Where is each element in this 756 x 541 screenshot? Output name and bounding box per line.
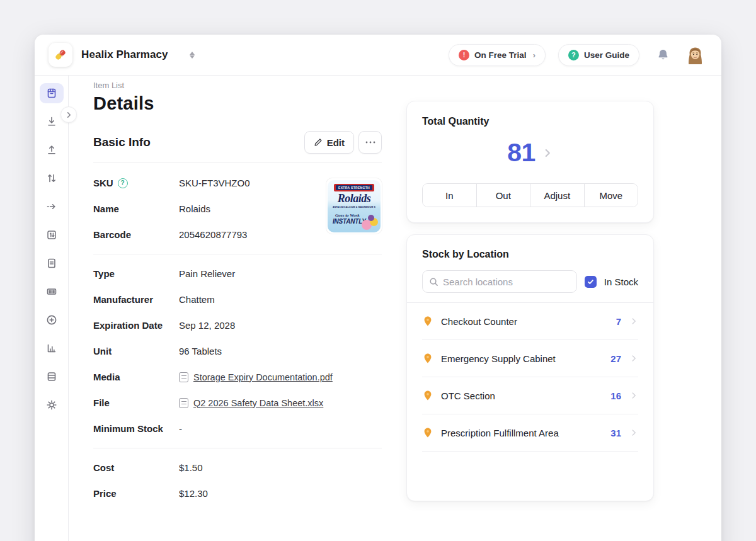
barcode-icon <box>45 285 58 298</box>
alert-icon: ! <box>459 50 469 60</box>
edit-button[interactable]: Edit <box>304 131 354 154</box>
total-quantity-value: 81 <box>507 138 536 168</box>
expiration-value: Sep 12, 2028 <box>179 320 235 331</box>
product-image[interactable]: EXTRA STRENGTH Rolaids ANTACID/CALCIUM &… <box>326 178 382 234</box>
field-row-media: Media Storage Expiry Documentation.pdf <box>93 364 382 390</box>
field-row-expiration: Expiration Date Sep 12, 2028 <box>93 312 382 338</box>
field-row-type: Type Pain Reliever <box>93 261 382 287</box>
sidebar-item-stock-out[interactable] <box>40 140 64 160</box>
chevron-right-icon: › <box>533 50 536 60</box>
sidebar-item-adjust[interactable] <box>40 168 64 188</box>
sidebar-item-settings[interactable] <box>40 395 64 415</box>
field-row-price: Price $12.30 <box>93 481 382 506</box>
document-icon <box>45 257 58 270</box>
sidebar-item-items[interactable] <box>40 83 64 103</box>
question-icon: ? <box>568 50 579 60</box>
barcode-label: Barcode <box>93 229 179 240</box>
price-value: $12.30 <box>179 488 208 499</box>
sidebar-item-database[interactable] <box>40 367 64 387</box>
type-label: Type <box>93 268 179 279</box>
location-name: Checkout Counter <box>441 316 607 327</box>
product-tagline-small: Goes to Work <box>335 213 360 218</box>
free-trial-button[interactable]: ! On Free Trial › <box>449 44 546 66</box>
product-brand-text: Rolaids <box>328 192 381 205</box>
in-button[interactable]: In <box>423 184 476 207</box>
bar-chart-icon <box>45 342 58 355</box>
media-label: Media <box>93 372 179 382</box>
more-options-button[interactable] <box>358 131 382 154</box>
user-avatar[interactable] <box>684 44 706 66</box>
minimum-stock-label: Minimum Stock <box>93 423 179 434</box>
map-pin-icon <box>422 427 433 438</box>
location-qty: 16 <box>607 390 621 401</box>
file-link[interactable]: Q2 2026 Safety Data Sheet.xlsx <box>179 398 323 408</box>
total-quantity-link[interactable]: 81 <box>422 138 638 168</box>
page-title: Details <box>93 93 382 114</box>
app-title: Healix Pharmacy <box>81 48 168 61</box>
location-qty: 27 <box>607 353 621 364</box>
out-button[interactable]: Out <box>476 184 530 207</box>
location-row-prescription-fulfillment-area[interactable]: Prescription Fulfillment Area 31 <box>422 414 638 452</box>
in-stock-label[interactable]: In Stock <box>604 276 638 287</box>
location-search-input[interactable] <box>443 276 570 287</box>
chevron-right-icon <box>629 354 638 363</box>
media-link[interactable]: Storage Expiry Documentation.pdf <box>179 372 333 382</box>
chevron-right-icon <box>629 391 638 400</box>
sidebar-item-count[interactable] <box>40 225 64 245</box>
help-icon[interactable]: ? <box>118 178 128 188</box>
edit-label: Edit <box>327 137 345 148</box>
sidebar-item-reports[interactable] <box>40 338 64 358</box>
sidebar-item-add[interactable] <box>40 310 64 330</box>
swap-vertical-icon <box>45 172 58 185</box>
location-name: Emergency Supply Cabinet <box>441 353 607 364</box>
stock-by-location-card: Stock by Location In Stock <box>406 234 654 501</box>
cost-label: Cost <box>93 462 179 473</box>
quantity-actions: In Out Adjust Move <box>422 183 638 207</box>
free-trial-label: On Free Trial <box>474 50 527 60</box>
move-button[interactable]: Move <box>584 184 638 207</box>
total-quantity-title: Total Quantity <box>422 116 638 127</box>
sidebar-item-barcode[interactable] <box>40 282 64 302</box>
sidebar-item-move[interactable] <box>40 196 64 217</box>
sku-label: SKU <box>93 178 113 188</box>
adjust-button[interactable]: Adjust <box>530 184 584 207</box>
check-icon <box>587 278 594 285</box>
sidebar-item-notes[interactable] <box>40 253 64 273</box>
in-stock-checkbox[interactable] <box>585 276 597 288</box>
location-row-checkout-counter[interactable]: Checkout Counter 7 <box>422 303 638 340</box>
unit-value: 96 Tablets <box>179 346 222 356</box>
stock-by-location-title: Stock by Location <box>407 249 653 260</box>
location-row-otc-section[interactable]: OTC Section 16 <box>422 377 638 414</box>
product-subline-text: ANTACID/CALCIUM & MAGNESIUM SUPPLEMENT <box>333 206 375 208</box>
location-qty: 31 <box>607 428 621 438</box>
fruit-decoration <box>368 215 374 221</box>
field-row-minimum-stock: Minimum Stock - <box>93 416 382 441</box>
location-row-emergency-supply-cabinet[interactable]: Emergency Supply Cabinet 27 <box>422 340 638 377</box>
sidebar-item-stock-in[interactable] <box>40 111 64 132</box>
user-guide-label: User Guide <box>584 50 629 60</box>
location-search[interactable] <box>422 270 577 293</box>
file-label: File <box>93 397 179 408</box>
workspace-switcher-icon[interactable] <box>190 52 195 59</box>
gear-icon <box>45 399 58 411</box>
minimum-stock-value: - <box>179 423 182 434</box>
type-value: Pain Reliever <box>179 268 235 279</box>
app-logo[interactable] <box>49 43 72 67</box>
pencil-icon <box>314 138 323 147</box>
breadcrumb[interactable]: Item List <box>93 81 382 90</box>
user-guide-button[interactable]: ? User Guide <box>558 44 639 66</box>
map-pin-icon <box>422 353 433 364</box>
plus-circle-icon <box>45 314 58 326</box>
price-label: Price <box>93 488 179 499</box>
sidebar-expand-button[interactable] <box>60 106 77 123</box>
sidebar <box>35 76 69 541</box>
barcode-value: 2054620877793 <box>179 229 247 240</box>
name-value: Rolaids <box>179 203 210 214</box>
location-qty: 7 <box>607 316 621 327</box>
location-name: Prescription Fulfillment Area <box>441 428 607 438</box>
ellipsis-icon <box>365 141 375 144</box>
cost-value: $1.50 <box>179 462 203 473</box>
notifications-bell-icon[interactable] <box>656 48 670 62</box>
product-tagline-big: INSTANTLY <box>333 218 366 225</box>
field-row-file: File Q2 2026 Safety Data Sheet.xlsx <box>93 390 382 416</box>
